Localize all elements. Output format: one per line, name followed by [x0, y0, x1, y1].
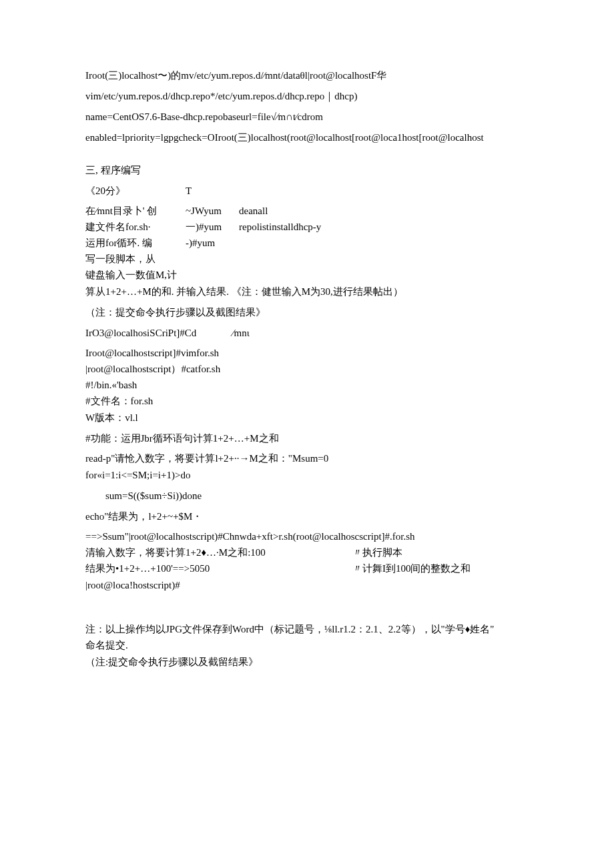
note-right: 〃计舞I到100间的整数之和	[352, 560, 529, 576]
text-line: ==>Ssum"|root@localhostscript)#Chnwda+xf…	[85, 528, 529, 544]
col-mid-text: ~JWyum	[186, 203, 239, 219]
text-line: name=CentOS7.6-Base-dhcp.repobaseurl=fil…	[85, 108, 529, 126]
t-mark: T	[186, 182, 192, 200]
col-mid-text: -)#yum	[186, 235, 239, 251]
text-line: echo"结果为，l+2+~+$M・	[85, 508, 529, 526]
text-line: 算从1+2+…+M的和. 并输入结果. 《注：健世输入M为30,进行结果帖出）	[85, 283, 529, 301]
text-line: enabled=lpriority=lgpgcheck=OIroot(三)loc…	[85, 129, 529, 147]
text-line: sum=S(($sum÷Si))done	[85, 487, 529, 505]
text-line: |root@localhostscript）#catfor.sh	[85, 361, 529, 377]
text-line: （注:提交命令执行步骤以及截留结果》	[85, 653, 529, 671]
text-line: #文件名：for.sh	[85, 393, 529, 409]
col-right-text: deanall	[239, 203, 529, 219]
col-left-text: 建文件名for.sh·	[85, 219, 186, 235]
text-line: read-p"请怆入数字，将要计算l+2+··→M之和："Msum=0	[85, 450, 529, 466]
score-label: 《20分》	[85, 182, 186, 200]
note-left: 结果为•1+2+…+100'==>5050	[85, 560, 352, 576]
text-line: 注：以上操作均以JPG文件保存到Word中（标记题号，⅛ll.r1.2：2.1、…	[85, 621, 529, 637]
score-row: 《20分》 T	[85, 182, 529, 200]
multi-col-row: 运用for循环. 编 -)#yum	[85, 235, 529, 251]
cmd-right: ∕mnι	[232, 324, 250, 342]
text-line: Iroot(三)localhost〜)的mv/etc/yum.repos.d/∕…	[85, 67, 529, 85]
text-line: W版本：vl.l	[85, 409, 529, 427]
text-line: 命名提交.	[85, 637, 529, 653]
multi-col-row: 在∕mnt目录卜' 创 ~JWyum deanall	[85, 203, 529, 219]
section-title: 三, 程序编写	[85, 161, 529, 179]
text-line: vim/etc/yum.repos.d/dhcp.repo*/etc/yum.r…	[85, 87, 529, 105]
note-left: 清输入数字，将要计算1+2♦…·M之和:100	[85, 544, 352, 560]
text-line: （注：提交命令执行步骤以及截图结果》	[85, 304, 529, 322]
text-line: for«i=1:i<=SM;i=i+1)>do	[85, 466, 529, 484]
note-right: 〃执行脚本	[352, 544, 529, 560]
note-row: 结果为•1+2+…+100'==>5050 〃计舞I到100间的整数之和	[85, 560, 529, 576]
col-right-text: repolistinstalldhcp-y	[239, 219, 529, 235]
col-mid-text: 一)#yum	[186, 219, 239, 235]
text-line: #!/bin.«'bash	[85, 377, 529, 393]
multi-col-row: 键盘输入一数值M,计	[85, 267, 529, 283]
text-line: IrO3@localhosiSCriPt]#Cd ∕mnι	[85, 324, 529, 342]
multi-col-row: 写一段脚本，从	[85, 251, 529, 267]
multi-col-row: 建文件名for.sh· 一)#yum repolistinstalldhcp-y	[85, 219, 529, 235]
text-line: |root@loca!hostscript)#	[85, 576, 529, 594]
note-row: 清输入数字，将要计算1+2♦…·M之和:100 〃执行脚本	[85, 544, 529, 560]
col-left-text: 键盘输入一数值M,计	[85, 267, 177, 283]
text-line: #功能：运用Jbr循环语句计算1+2+…+M之和	[85, 430, 529, 448]
col-left-text: 在∕mnt目录卜' 创	[85, 203, 186, 219]
text-line: Iroot@localhostscript]#vimfor.sh	[85, 345, 529, 361]
cmd-left: IrO3@localhosiSCriPt]#Cd	[85, 324, 232, 342]
col-left-text: 写一段脚本，从	[85, 251, 186, 267]
col-left-text: 运用for循环. 编	[85, 235, 186, 251]
